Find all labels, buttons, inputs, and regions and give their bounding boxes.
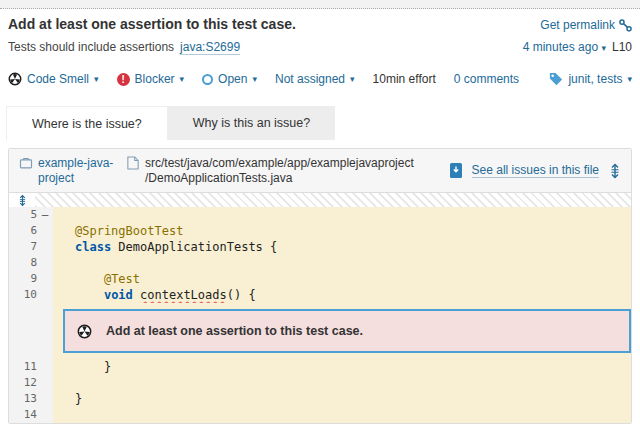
code-smell-icon <box>77 324 92 339</box>
line-number[interactable]: 5 <box>9 207 37 223</box>
line-number[interactable]: 9 <box>9 271 37 287</box>
code-line: 6@SpringBootTest <box>9 223 631 239</box>
rule-title: Tests should include assertions <box>8 40 174 54</box>
line-number[interactable]: 10 <box>9 287 37 303</box>
expand-lines-icon[interactable] <box>18 194 27 207</box>
type-label: Code Smell <box>27 72 89 86</box>
line-marker[interactable]: – <box>37 207 53 223</box>
permalink-icon <box>619 19 632 32</box>
tags-dropdown[interactable]: junit, tests ▾ <box>549 72 632 86</box>
file-header: example-java-project src/test/java/com/e… <box>9 149 631 193</box>
code-content: } <box>53 391 631 407</box>
file-path: src/test/java/com/example/app/examplejav… <box>127 156 414 186</box>
code-content <box>53 207 631 223</box>
status-dropdown[interactable]: Open ▾ <box>202 72 257 86</box>
permalink-label: Get permalink <box>540 18 615 32</box>
line-marker <box>37 287 53 303</box>
line-number[interactable]: 7 <box>9 239 37 255</box>
code-content: class DemoApplicationTests { <box>53 239 631 255</box>
tab-why-is-this-an-issue[interactable]: Why is this an issue? <box>168 106 335 140</box>
line-reference: L10 <box>612 40 632 54</box>
see-all-issues-link[interactable]: See all issues in this file <box>472 163 599 178</box>
pin-file-icon[interactable] <box>450 163 462 178</box>
severity-label: Blocker <box>135 72 175 86</box>
code-content <box>53 375 631 391</box>
issue-message-box[interactable]: Add at least one assertion to this test … <box>63 309 631 353</box>
line-marker <box>37 239 53 255</box>
code-content <box>53 407 631 423</box>
comments-link[interactable]: 0 comments <box>454 72 519 86</box>
issue-cell: Add at least one assertion to this test … <box>53 303 631 359</box>
effort-label: 10min effort <box>373 72 436 86</box>
line-marker <box>37 407 53 423</box>
line-number[interactable]: 14 <box>9 407 37 423</box>
type-dropdown[interactable]: Code Smell ▾ <box>8 72 99 86</box>
rule-key-link[interactable]: java:S2699 <box>180 40 240 55</box>
chevron-down-icon: ▾ <box>627 74 632 84</box>
line-number[interactable]: 13 <box>9 391 37 407</box>
issue-actions-bar: Code Smell ▾ ! Blocker ▾ Open ▾ Not assi… <box>0 67 640 91</box>
code-content: @Test <box>53 271 631 287</box>
chevron-down-icon: ▾ <box>252 74 257 84</box>
code-line: 12 <box>9 375 631 391</box>
line-marker <box>37 391 53 407</box>
code-line: 5– <box>9 207 631 223</box>
code-line: 9 @Test <box>9 271 631 287</box>
gutter-fill <box>9 303 37 359</box>
code-content: @SpringBootTest <box>53 223 631 239</box>
chevron-down-icon: ▾ <box>350 74 355 84</box>
line-marker <box>37 255 53 271</box>
code-snippet: 5–6@SpringBootTest7class DemoApplication… <box>9 193 631 423</box>
issue-location-row: Add at least one assertion to this test … <box>9 303 631 359</box>
chevron-down-icon: ▾ <box>180 74 185 84</box>
issue-header: Add at least one assertion to this test … <box>0 9 640 54</box>
code-smell-icon <box>8 72 22 86</box>
status-label: Open <box>218 72 247 86</box>
issue-message: Add at least one assertion to this test … <box>106 324 363 338</box>
line-marker <box>37 359 53 375</box>
assignee-label: Not assigned <box>275 72 345 86</box>
chevron-down-icon: ▾ <box>601 43 606 53</box>
code-lines: 5–6@SpringBootTest7class DemoApplication… <box>9 207 631 423</box>
issue-age-dropdown[interactable]: 4 minutes ago ▾ <box>523 40 606 54</box>
issue-age: 4 minutes ago <box>523 40 598 54</box>
code-line: 8 <box>9 255 631 271</box>
line-marker <box>37 223 53 239</box>
code-line: 7class DemoApplicationTests { <box>9 239 631 255</box>
expand-lines-row <box>9 193 631 207</box>
code-line: 11 } <box>9 359 631 375</box>
line-marker <box>37 375 53 391</box>
code-content <box>53 255 631 271</box>
project-link[interactable]: example-java-project <box>38 156 117 186</box>
top-divider <box>0 0 640 9</box>
line-marker <box>37 271 53 287</box>
chevron-down-icon: ▾ <box>94 74 99 84</box>
project-icon <box>19 156 33 170</box>
code-content: } <box>53 359 631 375</box>
assignee-dropdown[interactable]: Not assigned ▾ <box>275 72 355 86</box>
expand-file-icon[interactable] <box>609 163 621 179</box>
blocker-severity-icon: ! <box>117 73 130 86</box>
code-line: 14 <box>9 407 631 423</box>
severity-dropdown[interactable]: ! Blocker ▾ <box>117 72 185 86</box>
line-number[interactable]: 12 <box>9 375 37 391</box>
file-icon <box>127 156 139 170</box>
rule-summary: Tests should include assertionsjava:S269… <box>8 40 240 54</box>
get-permalink-link[interactable]: Get permalink <box>540 18 632 32</box>
line-number[interactable]: 8 <box>9 255 37 271</box>
issue-tabs: Where is the issue? Why is this an issue… <box>0 106 640 140</box>
gutter-fill <box>37 303 53 359</box>
code-line: 13} <box>9 391 631 407</box>
tab-where-is-the-issue[interactable]: Where is the issue? <box>6 106 168 140</box>
tags-label: junit, tests <box>568 72 622 86</box>
file-path-line1: src/test/java/com/example/app/examplejav… <box>145 156 414 171</box>
open-status-icon <box>202 74 213 85</box>
code-line: 10 void contextLoads() { <box>9 287 631 303</box>
file-path-line2: /DemoApplicationTests.java <box>145 171 414 186</box>
code-content: void contextLoads() { <box>53 287 631 303</box>
code-viewer: example-java-project src/test/java/com/e… <box>8 148 632 424</box>
line-number[interactable]: 11 <box>9 359 37 375</box>
issue-title: Add at least one assertion to this test … <box>8 15 296 34</box>
tag-icon <box>549 72 563 86</box>
line-number[interactable]: 6 <box>9 223 37 239</box>
